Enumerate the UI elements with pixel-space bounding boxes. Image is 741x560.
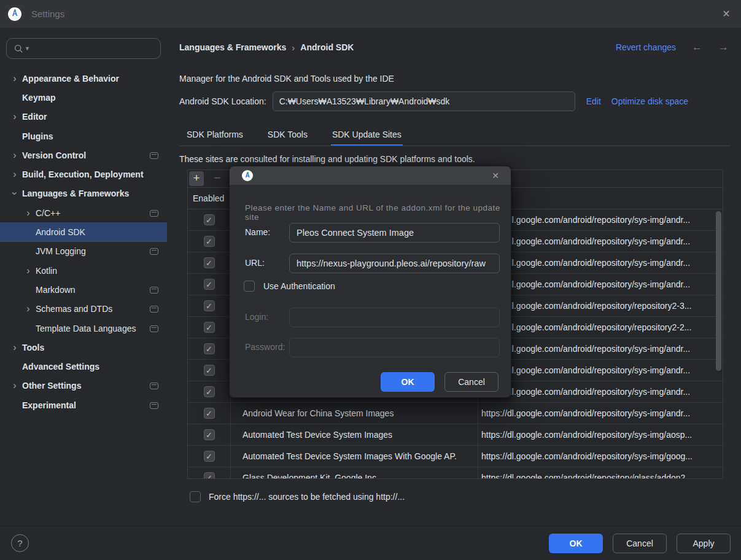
url-field[interactable] (289, 254, 500, 273)
sidebar-item-languages-frameworks[interactable]: ›Languages & Frameworks (0, 184, 167, 203)
sidebar-item-label: Android SDK (36, 227, 85, 237)
enabled-checkbox[interactable] (204, 300, 215, 311)
enabled-checkbox[interactable] (204, 214, 215, 225)
login-field[interactable] (289, 308, 500, 327)
optimize-disk-space-link[interactable]: Optimize disk space (611, 96, 688, 106)
site-url-cell: https://dl.google.com/android/repository… (478, 467, 723, 479)
enabled-column-header[interactable]: Enabled (188, 188, 231, 209)
sidebar-item-appearance-behavior[interactable]: ›Appearance & Behavior (0, 69, 167, 88)
window-close-icon[interactable]: ✕ (719, 7, 734, 21)
sidebar-item-keymap[interactable]: Keymap (0, 88, 167, 107)
chevron-right-icon[interactable]: › (10, 343, 20, 352)
chevron-right-icon[interactable]: › (23, 208, 33, 218)
enabled-checkbox[interactable] (204, 386, 215, 397)
url-label: URL: (245, 258, 288, 268)
forward-arrow-icon[interactable]: → (718, 41, 729, 53)
url-column-header[interactable] (478, 188, 723, 209)
chevron-right-icon[interactable]: › (23, 304, 33, 314)
sidebar-item-template-data-languages[interactable]: Template Data Languages (0, 319, 167, 338)
sidebar-item-plugins[interactable]: Plugins (0, 126, 167, 146)
help-icon[interactable]: ? (11, 534, 29, 552)
name-label: Name: (245, 227, 288, 237)
enabled-checkbox[interactable] (204, 472, 215, 479)
tab-sdk-platforms[interactable]: SDK Platforms (185, 124, 244, 146)
name-field[interactable] (289, 223, 500, 243)
dialog-close-icon[interactable]: ✕ (489, 169, 502, 182)
enabled-checkbox[interactable] (204, 279, 215, 290)
dialog-ok-button[interactable]: OK (381, 372, 435, 392)
enabled-checkbox[interactable] (204, 257, 215, 268)
sidebar-item-schemas-and-dtds[interactable]: ›Schemas and DTDs (0, 300, 167, 319)
site-url-cell: https://dl.google.com/android/repository… (478, 317, 723, 338)
sdk-location-field[interactable] (273, 91, 575, 111)
sidebar-item-tools[interactable]: ›Tools (0, 338, 167, 357)
force-http-checkbox[interactable] (190, 491, 201, 502)
sidebar-item-other-settings[interactable]: ›Other Settings (0, 376, 167, 395)
password-label: Password: (245, 342, 288, 352)
tab-sdk-tools[interactable]: SDK Tools (266, 124, 309, 146)
page-description: Manager for the Android SDK and Tools us… (179, 74, 394, 84)
sidebar-item-android-sdk[interactable]: Android SDK (0, 222, 167, 241)
sidebar-item-c-c-[interactable]: ›C/C++ (0, 203, 167, 222)
sidebar-item-label: Markdown (36, 285, 76, 295)
sidebar-item-label: Appearance & Behavior (22, 74, 119, 84)
use-authentication-label: Use Authentication (263, 281, 335, 291)
chevron-right-icon[interactable]: › (10, 169, 20, 179)
settings-cancel-button[interactable]: Cancel (613, 534, 667, 553)
sidebar-item-label: Template Data Languages (36, 324, 136, 333)
revert-changes-link[interactable]: Revert changes (616, 42, 676, 52)
sidebar-item-editor[interactable]: ›Editor (0, 107, 167, 126)
site-url-cell: https://dl.google.com/android/repository… (478, 360, 723, 381)
sidebar-item-version-control[interactable]: ›Version Control (0, 146, 167, 165)
add-site-button[interactable]: + (189, 171, 204, 186)
back-arrow-icon[interactable]: ← (692, 41, 702, 53)
remove-site-button[interactable]: − (210, 171, 225, 186)
breadcrumb-parent[interactable]: Languages & Frameworks (179, 42, 286, 52)
sidebar-item-jvm-logging[interactable]: JVM Logging (0, 242, 167, 261)
table-row[interactable]: Automated Test Device System Images With… (188, 446, 723, 467)
sidebar-item-label: Editor (22, 112, 47, 122)
sidebar-item-experimental[interactable]: Experimental (0, 395, 167, 414)
table-scrollbar[interactable] (716, 211, 721, 371)
chevron-right-icon[interactable]: › (10, 112, 20, 122)
chevron-right-icon[interactable]: › (10, 74, 20, 84)
site-url-cell: https://dl.google.com/android/repository… (478, 424, 723, 445)
sidebar-item-label: Build, Execution, Deployment (22, 169, 144, 179)
site-url-cell: https://dl.google.com/android/repository… (478, 274, 723, 295)
tab-sdk-update-sites[interactable]: SDK Update Sites (331, 124, 403, 146)
table-row[interactable]: Glass Development Kit, Google Inc.https:… (188, 467, 723, 479)
chevron-right-icon[interactable]: › (23, 266, 33, 276)
search-input[interactable]: ▼ (6, 38, 161, 59)
enabled-checkbox[interactable] (204, 236, 215, 247)
sidebar-item-label: Schemas and DTDs (36, 304, 112, 314)
table-row[interactable]: Automated Test Device System Imageshttps… (188, 424, 723, 446)
edit-link[interactable]: Edit (586, 96, 601, 106)
settings-indicator-icon (150, 306, 158, 313)
sidebar-item-advanced-settings[interactable]: Advanced Settings (0, 357, 167, 376)
sidebar-item-kotlin[interactable]: ›Kotlin (0, 261, 167, 280)
sidebar-item-markdown[interactable]: Markdown (0, 280, 167, 299)
enabled-checkbox[interactable] (204, 343, 215, 354)
chevron-down-icon[interactable]: › (10, 189, 20, 198)
password-field[interactable] (289, 338, 500, 357)
dialog-cancel-button[interactable]: Cancel (444, 372, 499, 392)
enabled-checkbox[interactable] (204, 365, 215, 376)
settings-apply-button[interactable]: Apply (677, 534, 731, 553)
site-name-cell: Glass Development Kit, Google Inc. (231, 467, 478, 479)
search-filter-caret-icon[interactable]: ▼ (25, 45, 30, 52)
enabled-checkbox[interactable] (204, 322, 215, 333)
site-url-cell: https://dl.google.com/android/repository… (478, 295, 723, 316)
settings-indicator-icon (150, 152, 158, 159)
settings-sidebar: ▼ ›Appearance & BehaviorKeymap›EditorPlu… (0, 28, 167, 526)
tabs-divider (179, 146, 731, 146)
enabled-checkbox[interactable] (204, 429, 215, 440)
enabled-checkbox[interactable] (204, 451, 215, 462)
chevron-right-icon[interactable]: › (10, 381, 20, 391)
chevron-right-icon[interactable]: › (10, 150, 20, 160)
title-bar: A Settings ✕ (0, 0, 741, 28)
sidebar-item-build-execution-deployment[interactable]: ›Build, Execution, Deployment (0, 165, 167, 184)
table-row[interactable]: Android Wear for China System Imageshttp… (188, 403, 723, 424)
use-authentication-checkbox[interactable] (244, 281, 255, 292)
enabled-checkbox[interactable] (204, 408, 215, 419)
settings-ok-button[interactable]: OK (549, 534, 603, 553)
